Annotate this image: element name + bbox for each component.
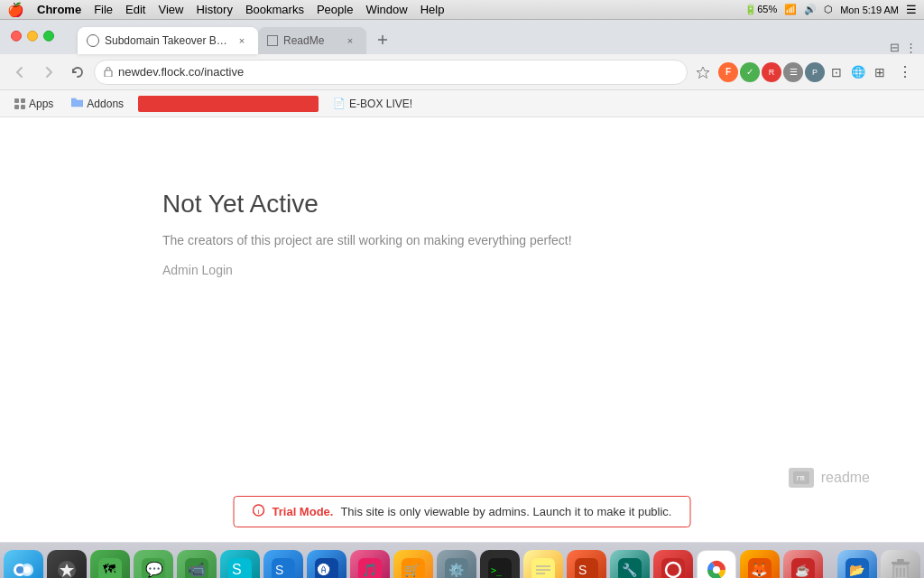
svg-text:S: S <box>232 562 242 577</box>
trial-message: This site is only viewable by admins. La… <box>340 505 671 518</box>
dock-launchpad[interactable] <box>47 550 87 579</box>
tab-close-1[interactable]: × <box>235 33 249 48</box>
svg-text:🅐: 🅐 <box>318 563 330 577</box>
ebox-doc-icon: 📄 <box>333 98 346 109</box>
bookmark-ebox[interactable]: 📄 E-BOX LIVE! <box>326 95 420 113</box>
svg-text:⚙️: ⚙️ <box>448 563 465 578</box>
dock-store[interactable]: 🛒 <box>393 550 433 579</box>
title-bar: Subdomain Takeover By Prial × ReadMe × ⊟… <box>0 20 924 54</box>
menu-window[interactable]: Window <box>365 3 407 16</box>
volume-icon: 🔊 <box>804 4 817 15</box>
menu-bar: 🍎 Chrome File Edit View History Bookmark… <box>0 0 924 20</box>
svg-rect-7 <box>21 105 25 109</box>
dock-settings[interactable]: ⚙️ <box>437 550 476 579</box>
svg-text:💬: 💬 <box>145 561 163 578</box>
svg-text:🗺: 🗺 <box>103 562 116 576</box>
dock-opera[interactable] <box>653 550 693 579</box>
address-text: newdev.flock.co/inactive <box>118 65 678 79</box>
ext-8[interactable]: ⊞ <box>870 62 890 82</box>
bluetooth-icon: ⬡ <box>824 4 833 15</box>
dock-trash[interactable] <box>881 550 920 579</box>
maximize-button[interactable] <box>43 31 54 42</box>
minimize-button[interactable] <box>27 31 38 42</box>
svg-rect-38 <box>531 558 555 579</box>
page-title: Not Yet Active <box>162 190 924 219</box>
ext-1[interactable]: F <box>718 62 738 82</box>
dock: 🗺 💬 📹 S S 🅐 🎵 🛒 ⚙️ >_ S 🔧 <box>0 542 924 578</box>
ext-4[interactable]: ☰ <box>783 62 803 82</box>
admin-login-link[interactable]: Admin Login <box>162 263 233 277</box>
dock-sublime[interactable]: S <box>567 550 606 579</box>
svg-rect-6 <box>14 105 19 109</box>
svg-rect-2 <box>105 70 112 77</box>
readme-icon: rm <box>789 468 814 488</box>
dock-terminal[interactable]: >_ <box>480 550 520 579</box>
tab-close-2[interactable]: × <box>343 33 357 48</box>
dock-itunes[interactable]: 🎵 <box>350 550 390 579</box>
bookmark-apps[interactable]: Apps <box>7 95 60 113</box>
address-bar[interactable]: newdev.flock.co/inactive <box>94 60 688 85</box>
svg-rect-46 <box>661 558 685 579</box>
tab-readme[interactable]: ReadMe × <box>258 27 366 54</box>
svg-text:🦊: 🦊 <box>751 562 768 578</box>
chrome-minimize-icon[interactable]: ⊟ <box>890 41 900 54</box>
extension-icons: F ✓ R ☰ P ⊡ 🌐 ⊞ <box>718 62 890 82</box>
dock-finder[interactable] <box>4 550 43 579</box>
dock-notes[interactable] <box>523 550 563 579</box>
chrome-menu-button[interactable]: ⋮ <box>893 61 917 84</box>
ext-3[interactable]: R <box>762 62 781 82</box>
dock-chrome[interactable] <box>697 550 736 579</box>
readme-watermark: rm readme <box>789 468 870 488</box>
addons-label: Addons <box>87 98 124 110</box>
notification-icon[interactable]: ☰ <box>906 3 917 16</box>
clock: Mon 5:19 AM <box>840 5 899 15</box>
bookmark-addons[interactable]: Addons <box>64 95 131 113</box>
svg-text:🔧: 🔧 <box>622 563 638 578</box>
svg-text:🛒: 🛒 <box>404 563 420 578</box>
apple-menu[interactable]: 🍎 <box>7 2 24 18</box>
reload-button[interactable] <box>65 60 90 85</box>
svg-point-15 <box>23 566 31 573</box>
menu-history[interactable]: History <box>196 3 232 16</box>
menu-chrome[interactable]: Chrome <box>37 3 81 16</box>
ext-5[interactable]: P <box>805 62 825 82</box>
apps-label: Apps <box>29 98 53 110</box>
menu-file[interactable]: File <box>94 3 113 16</box>
svg-rect-58 <box>897 559 904 562</box>
folder-icon <box>71 98 83 110</box>
dock-java[interactable]: ☕ <box>783 550 823 579</box>
dock-maps[interactable]: 🗺 <box>90 550 130 579</box>
window-controls <box>11 31 54 42</box>
svg-text:📂: 📂 <box>849 563 865 578</box>
bookmark-star[interactable] <box>691 61 715 84</box>
tab-subdomain[interactable]: Subdomain Takeover By Prial × <box>78 27 258 54</box>
lock-icon <box>104 66 113 79</box>
svg-text:☕: ☕ <box>795 563 810 578</box>
chrome-more-icon[interactable]: ⋮ <box>905 41 917 54</box>
menu-bookmarks[interactable]: Bookmarks <box>245 3 304 16</box>
red-bookmark-bar[interactable] <box>138 96 319 112</box>
svg-rect-5 <box>21 98 25 103</box>
tab-label-1: Subdomain Takeover By Prial <box>105 34 229 47</box>
dock-dev-tools[interactable]: 🔧 <box>610 550 650 579</box>
dock-skype-s[interactable]: S <box>220 550 260 579</box>
new-tab-button[interactable] <box>370 27 395 52</box>
menu-view[interactable]: View <box>158 3 183 16</box>
dock-messages[interactable]: 💬 <box>134 550 173 579</box>
menu-help[interactable]: Help <box>420 3 445 16</box>
trial-banner: i Trial Mode. This site is only viewable… <box>234 496 691 527</box>
dock-appstore[interactable]: 🅐 <box>307 550 346 579</box>
back-button[interactable] <box>7 60 32 85</box>
ext-7[interactable]: 🌐 <box>848 62 868 82</box>
dock-facetime[interactable]: 📹 <box>177 550 217 579</box>
menu-edit[interactable]: Edit <box>125 3 145 16</box>
dock-files[interactable]: 📂 <box>837 550 877 579</box>
close-button[interactable] <box>11 31 22 42</box>
menu-people[interactable]: People <box>317 3 353 16</box>
svg-marker-3 <box>697 67 709 79</box>
dock-firefox[interactable]: 🦊 <box>740 550 780 579</box>
dock-skype[interactable]: S <box>263 550 303 579</box>
ext-6[interactable]: ⊡ <box>827 62 846 82</box>
ext-2[interactable]: ✓ <box>740 62 760 82</box>
forward-button[interactable] <box>36 60 61 85</box>
